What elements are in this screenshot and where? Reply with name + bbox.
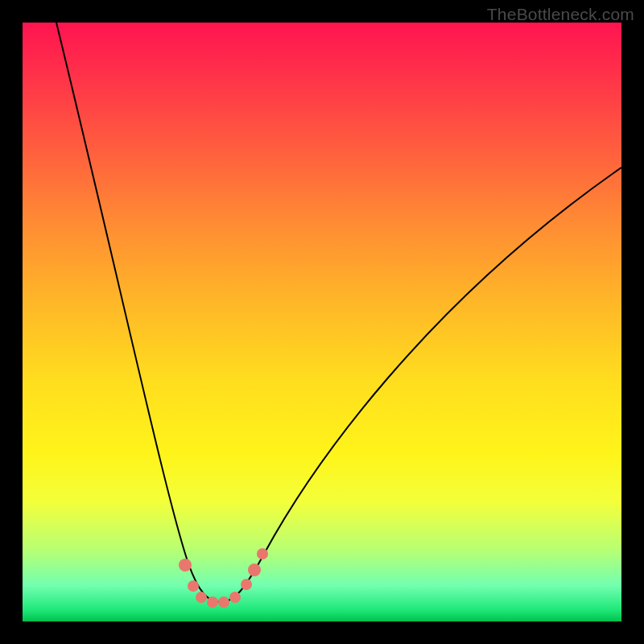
data-point <box>207 597 218 608</box>
data-point <box>179 559 192 572</box>
data-point <box>241 579 252 590</box>
data-point <box>229 592 241 603</box>
plot-area <box>23 23 621 621</box>
data-point <box>248 564 261 576</box>
bottleneck-curve <box>56 23 621 602</box>
curve-layer <box>23 23 621 621</box>
chart-frame: TheBottleneck.com <box>0 0 644 644</box>
data-point <box>196 592 207 603</box>
data-point <box>257 548 268 559</box>
source-credit: TheBottleneck.com <box>487 5 634 24</box>
data-point <box>188 580 199 592</box>
data-point <box>218 597 229 608</box>
